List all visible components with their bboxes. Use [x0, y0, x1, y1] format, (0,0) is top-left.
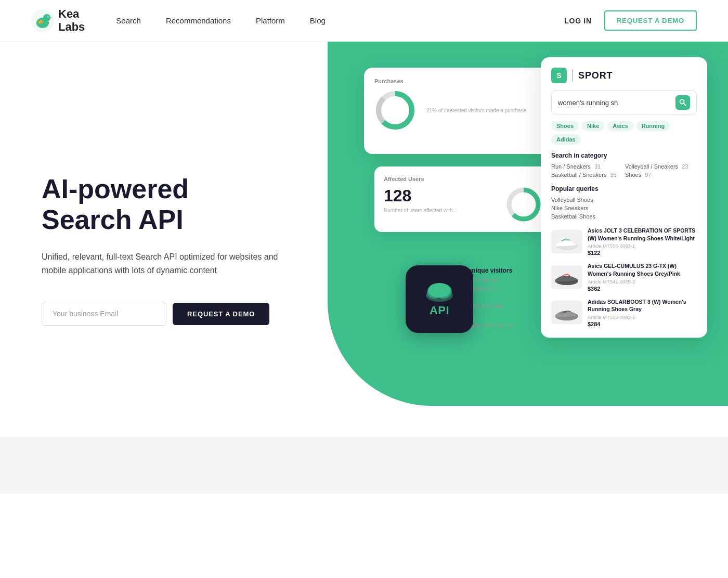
search-panel-header: S SPORT: [551, 68, 697, 83]
email-input[interactable]: [42, 302, 166, 326]
svg-line-17: [684, 104, 686, 106]
tag-adidas[interactable]: Adidas: [551, 134, 581, 145]
sport-icon-box: S: [551, 68, 567, 83]
purchases-row: 21% of interested visitors made a purcha…: [374, 89, 551, 131]
popular-section-title: Popular queries: [551, 185, 697, 192]
sport-title: SPORT: [578, 70, 613, 81]
purchases-stats: 21% of interested visitors made a purcha…: [426, 108, 526, 113]
purchases-donut-chart: [374, 89, 416, 131]
shoe-img-3: [551, 301, 582, 324]
popular-basketball-shoes: Basketball Shoes: [551, 213, 697, 220]
product-name-1: Asics JOLT 3 CELEBRATION OF SPORTS (W) W…: [588, 227, 697, 242]
product-info-1: Asics JOLT 3 CELEBRATION OF SPORTS (W) W…: [588, 227, 697, 256]
search-input[interactable]: [558, 99, 671, 107]
search-panel: S SPORT Shoes Nike Asics Running Adida: [541, 57, 707, 338]
cloud-icon: [424, 281, 455, 302]
svg-point-15: [428, 283, 451, 298]
popular-nike-sneakers: Nike Sneakers: [551, 205, 697, 211]
category-grid: Run / Sneakers 31 Volleyball / Sneakers …: [551, 163, 697, 178]
nav-recommendations[interactable]: Recommendations: [166, 16, 231, 25]
cat-basketball-sneakers: Basketball / Sneakers 35: [551, 172, 623, 178]
nav-platform[interactable]: Platform: [256, 16, 285, 25]
logo-text: Kea Labs: [58, 8, 85, 33]
tag-running[interactable]: Running: [636, 121, 670, 131]
tag-nike[interactable]: Nike: [582, 121, 604, 131]
purchases-label: Purchases: [374, 78, 551, 84]
logo-icon: [31, 9, 54, 32]
hero-left: AI-powered Search API Unified, relevant,…: [0, 42, 364, 437]
product-img-3: [551, 301, 582, 324]
tag-shoes[interactable]: Shoes: [551, 121, 579, 131]
product-list: Asics JOLT 3 CELEBRATION OF SPORTS (W) W…: [551, 227, 697, 327]
product-article-1: Article MT556-0093-1: [588, 243, 697, 249]
purchases-stat-text: 21% of interested visitors made a purcha…: [426, 108, 526, 113]
popular-volleyball-shoes: Volleyball Shoes: [551, 197, 697, 203]
shoe-img-1: [551, 230, 582, 253]
product-price-2: $362: [588, 286, 697, 292]
sport-divider: [572, 69, 573, 82]
category-section-title: Search in category: [551, 152, 697, 159]
logo[interactable]: Kea Labs: [31, 8, 85, 33]
product-img-1: [551, 230, 582, 253]
tags-row: Shoes Nike Asics Running Adidas: [551, 121, 697, 145]
navbar: Kea Labs Search Recommendations Platform…: [0, 0, 728, 42]
svg-point-4: [48, 16, 49, 17]
affected-donut-chart: [505, 186, 542, 223]
product-item-3: Adidas SOLARBOOST 3 (W) Women's Running …: [551, 298, 697, 327]
search-icon: [679, 99, 686, 106]
bottom-strip: [0, 437, 728, 494]
product-item-1: Asics JOLT 3 CELEBRATION OF SPORTS (W) W…: [551, 227, 697, 256]
nav-links: Search Recommendations Platform Blog: [116, 16, 564, 25]
shoe-img-2: [551, 265, 582, 289]
cat-shoes: Shoes 97: [625, 172, 697, 178]
tag-asics[interactable]: Asics: [607, 121, 633, 131]
nav-blog[interactable]: Blog: [310, 16, 326, 25]
affected-users-card: Affected Users 128 Number of users affec…: [374, 166, 551, 232]
cat-volleyball-sneakers: Volleyball / Sneakers 23: [625, 163, 697, 170]
affected-desc: Number of users affected with...: [384, 208, 457, 213]
nav-search[interactable]: Search: [116, 16, 141, 25]
hero-title: AI-powered Search API: [42, 174, 333, 236]
product-price-1: $122: [588, 250, 697, 256]
product-name-3: Adidas SOLARBOOST 3 (W) Women's Running …: [588, 298, 697, 313]
purchases-card: Purchases 21% of interested visitors mad…: [364, 68, 562, 154]
hero-form: REQUEST A DEMO: [42, 302, 333, 326]
product-price-3: $284: [588, 321, 697, 327]
login-button[interactable]: LOG IN: [564, 17, 591, 25]
product-article-2: Article MT541-0065-3: [588, 279, 697, 285]
product-name-2: Asics GEL-CUMULUS 23 G-TX (W) Women's Ru…: [588, 262, 697, 277]
cat-run-sneakers: Run / Sneakers 31: [551, 163, 623, 170]
request-demo-nav-button[interactable]: REQUEST A DEMO: [604, 10, 697, 31]
hero-right: Purchases 21% of interested visitors mad…: [364, 42, 728, 437]
affected-title: Affected Users: [384, 176, 542, 182]
product-info-3: Adidas SOLARBOOST 3 (W) Women's Running …: [588, 298, 697, 327]
popular-list: Volleyball Shoes Nike Sneakers Basketbal…: [551, 197, 697, 220]
product-article-3: Article MT556-0093-1: [588, 314, 697, 320]
api-card: API: [406, 265, 473, 333]
request-demo-hero-button[interactable]: REQUEST A DEMO: [173, 303, 269, 325]
product-item-2: Asics GEL-CUMULUS 23 G-TX (W) Women's Ru…: [551, 262, 697, 291]
hero-section: AI-powered Search API Unified, relevant,…: [0, 42, 728, 437]
nav-actions: LOG IN REQUEST A DEMO: [564, 10, 697, 31]
product-info-2: Asics GEL-CUMULUS 23 G-TX (W) Women's Ru…: [588, 262, 697, 291]
search-submit-button[interactable]: [675, 95, 690, 110]
product-img-2: [551, 265, 582, 289]
api-label: API: [424, 304, 455, 317]
hero-subtitle: Unified, relevant, full-text Search API …: [42, 250, 281, 277]
search-bar: [551, 91, 697, 114]
affected-number: 128: [384, 186, 457, 205]
svg-point-2: [43, 14, 50, 21]
